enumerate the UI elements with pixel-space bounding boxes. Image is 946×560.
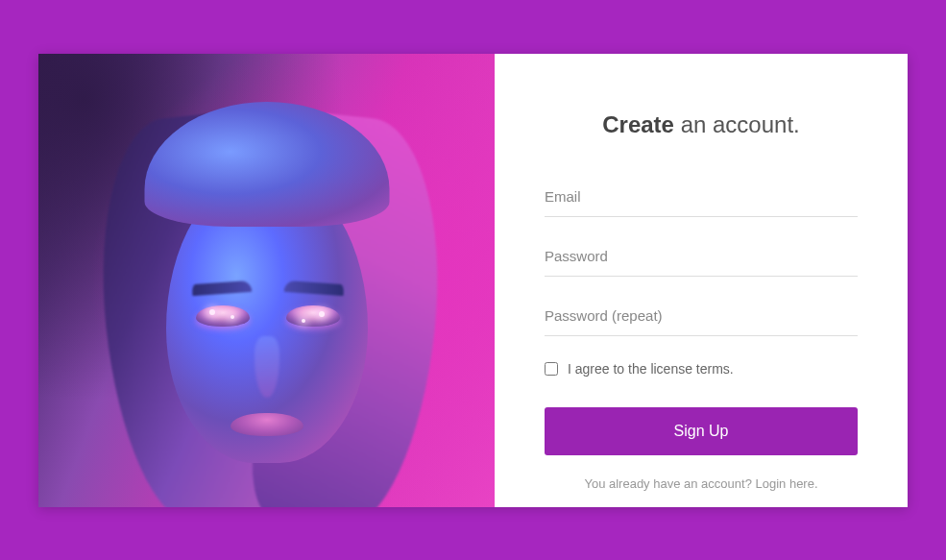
email-field[interactable] xyxy=(545,177,858,217)
form-heading: Create an account. xyxy=(545,111,858,138)
form-panel: Create an account. I agree to the licens… xyxy=(495,54,908,507)
terms-label: I agree to the license terms. xyxy=(568,361,734,377)
password-repeat-field[interactable] xyxy=(545,296,858,336)
login-link[interactable]: You already have an account? Login here. xyxy=(545,476,858,491)
hero-image xyxy=(38,54,495,507)
terms-row[interactable]: I agree to the license terms. xyxy=(545,361,858,377)
heading-bold: Create xyxy=(602,111,674,137)
password-field[interactable] xyxy=(545,236,858,277)
heading-rest: an account. xyxy=(674,111,800,137)
signup-button[interactable]: Sign Up xyxy=(545,407,858,455)
terms-checkbox[interactable] xyxy=(545,362,558,376)
signup-card: Create an account. I agree to the licens… xyxy=(38,54,908,507)
